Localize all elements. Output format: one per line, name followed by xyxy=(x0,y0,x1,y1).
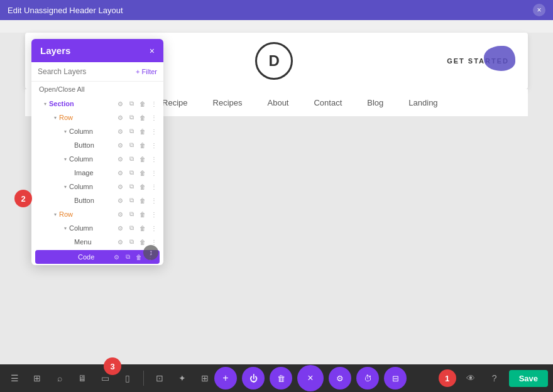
layer-more-icon[interactable]: ⋮ xyxy=(150,196,158,205)
layers-search-row: + Filter xyxy=(31,62,163,82)
layer-more-icon[interactable]: ⋮ xyxy=(150,210,158,219)
scroll-indicator: ↕ xyxy=(143,245,158,260)
layer-duplicate-icon[interactable]: ⧉ xyxy=(127,99,136,108)
layer-item-col3[interactable]: ▾ Column ⚙ ⧉ 🗑 ⋮ xyxy=(31,180,163,193)
layer-delete-icon[interactable]: 🗑 xyxy=(138,237,147,246)
layer-item-col1[interactable]: ▾ Column ⚙ ⧉ 🗑 ⋮ xyxy=(31,124,163,138)
layers-open-close-all[interactable]: Open/Close All xyxy=(31,82,163,97)
layer-more-icon[interactable]: ⋮ xyxy=(150,224,158,232)
layers-search-input[interactable] xyxy=(38,67,132,76)
toolbar-move-icon[interactable]: ✦ xyxy=(173,369,192,388)
layer-delete-icon[interactable]: 🗑 xyxy=(138,182,147,191)
layer-delete-icon[interactable]: 🗑 xyxy=(138,127,147,136)
layer-settings-icon[interactable]: ⚙ xyxy=(116,127,124,136)
layer-delete-icon[interactable]: 🗑 xyxy=(138,168,147,177)
nav-blog[interactable]: Blog xyxy=(367,98,383,107)
toolbar-eye-icon[interactable]: 👁 xyxy=(461,369,480,388)
toolbar-close-button[interactable]: × xyxy=(297,365,324,391)
nav-landing[interactable]: Landing xyxy=(408,98,437,107)
toolbar-desktop-icon[interactable]: 🖥 xyxy=(73,369,92,388)
layer-delete-icon[interactable]: 🗑 xyxy=(138,141,147,150)
layers-panel-close-button[interactable]: × xyxy=(150,46,155,56)
layer-settings-icon[interactable]: ⚙ xyxy=(116,99,124,108)
layer-settings-icon[interactable]: ⚙ xyxy=(116,155,124,163)
nav-recipes[interactable]: Recipes xyxy=(213,98,243,107)
layer-actions-row2: ⚙ ⧉ 🗑 ⋮ xyxy=(116,210,158,219)
layer-item-row2[interactable]: ▾ Row ⚙ ⧉ 🗑 ⋮ xyxy=(31,207,163,221)
toolbar-select-icon[interactable]: ⊡ xyxy=(150,369,169,388)
bottom-toolbar: ☰ ⊞ ⌕ 🖥 ▭ ▯ ⊡ ✦ ⊞ + ⏻ 🗑 × ⚙ ⏱ ⊟ 1 👁 ? Sa… xyxy=(0,364,553,392)
layer-more-icon[interactable]: ⋮ xyxy=(150,168,158,177)
layer-actions-col3: ⚙ ⧉ 🗑 ⋮ xyxy=(116,182,158,191)
layer-name-row2: Row xyxy=(59,210,116,218)
layers-filter-button[interactable]: + Filter xyxy=(136,68,157,75)
layer-item-menu1[interactable]: Menu ⚙ ⧉ 🗑 ⋮ xyxy=(31,235,163,249)
layer-actions-button1: ⚙ ⧉ 🗑 ⋮ xyxy=(116,141,158,150)
toolbar-add-button[interactable]: + xyxy=(214,367,237,389)
layer-duplicate-icon[interactable]: ⧉ xyxy=(123,253,132,261)
layer-item-row1[interactable]: ▾ Row ⚙ ⧉ 🗑 ⋮ xyxy=(31,111,163,124)
layer-more-icon[interactable]: ⋮ xyxy=(150,127,158,136)
toolbar-settings-button[interactable]: ⚙ xyxy=(329,367,351,389)
chevron-icon: ▾ xyxy=(44,101,47,107)
toolbar-search-icon[interactable]: ⌕ xyxy=(50,369,69,388)
layer-item-section[interactable]: ▾ Section ⚙ ⧉ 🗑 ⋮ xyxy=(31,97,163,111)
layer-delete-icon[interactable]: 🗑 xyxy=(138,99,147,108)
layer-settings-icon[interactable]: ⚙ xyxy=(116,141,124,150)
layer-duplicate-icon[interactable]: ⧉ xyxy=(127,237,136,246)
layer-duplicate-icon[interactable]: ⧉ xyxy=(127,224,136,232)
layer-more-icon[interactable]: ⋮ xyxy=(150,182,158,191)
layer-delete-icon[interactable]: 🗑 xyxy=(138,196,147,205)
layer-more-icon[interactable]: ⋮ xyxy=(150,113,158,122)
toolbar-delete-button[interactable]: 🗑 xyxy=(270,367,292,389)
toolbar-history-button[interactable]: ⏱ xyxy=(356,367,379,389)
layer-duplicate-icon[interactable]: ⧉ xyxy=(127,113,136,122)
layer-more-icon[interactable]: ⋮ xyxy=(150,99,158,108)
layer-settings-icon[interactable]: ⚙ xyxy=(116,224,124,232)
step-badge-1: 1 xyxy=(439,369,456,387)
layer-duplicate-icon[interactable]: ⧉ xyxy=(127,155,136,163)
layer-item-button1[interactable]: Button ⚙ ⧉ 🗑 ⋮ xyxy=(31,138,163,152)
layer-duplicate-icon[interactable]: ⧉ xyxy=(127,210,136,219)
layer-settings-icon[interactable]: ⚙ xyxy=(116,196,124,205)
layer-actions-col1: ⚙ ⧉ 🗑 ⋮ xyxy=(116,127,158,136)
layer-item-col4[interactable]: ▾ Column ⚙ ⧉ 🗑 ⋮ xyxy=(31,221,163,235)
toolbar-help-icon[interactable]: ? xyxy=(485,369,504,388)
layer-item-button2[interactable]: Button ⚙ ⧉ 🗑 ⋮ xyxy=(31,193,163,207)
toolbar-layout-icon[interactable]: ⊞ xyxy=(195,369,214,388)
layer-name-button2: Button xyxy=(74,197,116,204)
layer-item-col2[interactable]: ▾ Column ⚙ ⧉ 🗑 ⋮ xyxy=(31,152,163,166)
layer-settings-icon[interactable]: ⚙ xyxy=(116,237,124,246)
layer-more-icon[interactable]: ⋮ xyxy=(150,155,158,163)
toolbar-mobile-icon[interactable]: ▯ xyxy=(118,369,137,388)
toolbar-power-button[interactable]: ⏻ xyxy=(242,367,265,389)
nav-about[interactable]: About xyxy=(268,98,289,107)
layer-settings-icon[interactable]: ⚙ xyxy=(116,168,124,177)
title-bar-close-button[interactable]: × xyxy=(533,4,545,16)
layer-delete-icon[interactable]: 🗑 xyxy=(138,155,147,163)
layer-duplicate-icon[interactable]: ⧉ xyxy=(127,196,136,205)
layer-delete-icon[interactable]: 🗑 xyxy=(138,210,147,219)
nav-recipe[interactable]: Recipe xyxy=(162,98,187,107)
header-get-started: GET STARTED xyxy=(447,57,509,65)
layer-item-code1[interactable]: Code ⚙ ⧉ 🗑 ⋮ xyxy=(35,250,160,264)
layer-more-icon[interactable]: ⋮ xyxy=(150,141,158,150)
layer-delete-icon[interactable]: 🗑 xyxy=(138,224,147,232)
layer-duplicate-icon[interactable]: ⧉ xyxy=(127,168,136,177)
layer-duplicate-icon[interactable]: ⧉ xyxy=(127,141,136,150)
layer-duplicate-icon[interactable]: ⧉ xyxy=(127,182,136,191)
layer-delete-icon[interactable]: 🗑 xyxy=(138,113,147,122)
layer-item-image1[interactable]: Image ⚙ ⧉ 🗑 ⋮ xyxy=(31,166,163,180)
nav-contact[interactable]: Contact xyxy=(314,98,342,107)
layer-delete-icon[interactable]: 🗑 xyxy=(134,253,143,261)
layer-actions-section: ⚙ ⧉ 🗑 ⋮ xyxy=(116,99,158,108)
toolbar-hamburger-icon[interactable]: ☰ xyxy=(5,369,24,388)
layer-settings-icon[interactable]: ⚙ xyxy=(116,113,124,122)
toolbar-grid-icon[interactable]: ⊞ xyxy=(28,369,47,388)
layer-duplicate-icon[interactable]: ⧉ xyxy=(127,127,136,136)
layer-settings-icon[interactable]: ⚙ xyxy=(116,210,124,219)
layer-settings-icon[interactable]: ⚙ xyxy=(112,253,121,261)
save-button[interactable]: Save xyxy=(509,370,548,387)
toolbar-layout2-button[interactable]: ⊟ xyxy=(384,367,407,389)
layer-settings-icon[interactable]: ⚙ xyxy=(116,182,124,191)
